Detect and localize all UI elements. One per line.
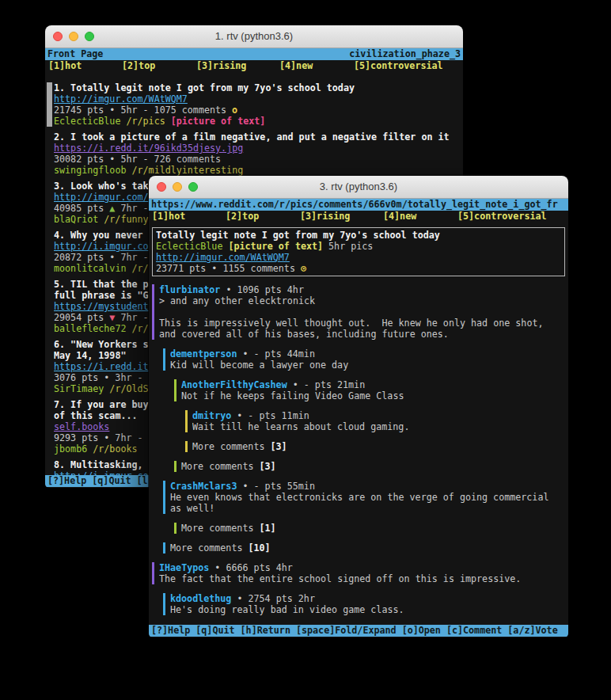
window-title: 1. rtv (python3.6) xyxy=(45,30,463,42)
more-comments-row[interactable]: More comments[10] xyxy=(170,542,567,554)
post-points: 20872 pts xyxy=(54,252,104,263)
more-comments-item[interactable]: More comments[3] xyxy=(174,461,567,472)
back-sort-tabs: [1]hot[2]top[3]rising[4]new[5]controvers… xyxy=(47,60,461,71)
post-points-row: 23771 pts • 1155 comments⊙ xyxy=(156,263,561,274)
comment-header[interactable]: flurbinator• 1096 pts 4hr xyxy=(159,284,567,295)
tab-4new[interactable]: [4]new xyxy=(383,211,416,222)
more-comments-item[interactable]: More comments[1] xyxy=(174,523,567,534)
post-subreddit[interactable]: /r/books xyxy=(93,443,137,455)
comment-author[interactable]: CrashMclars3 xyxy=(170,481,237,492)
front-sort-tabs: [1]hot[2]top[3]rising[4]new[5]controvers… xyxy=(150,211,567,222)
tab-1hot[interactable]: [1]hot xyxy=(152,211,185,222)
comment-meta: • - pts 44min xyxy=(242,348,314,360)
post-item: 1. Totally legit note I got from my 7yo'… xyxy=(54,82,461,127)
comment-body-line: > and any other elecktronick xyxy=(159,295,567,306)
comment-author[interactable]: dementperson xyxy=(170,348,237,360)
tab-3rising[interactable]: [3]rising xyxy=(196,60,246,71)
comment-header[interactable]: dementperson• - pts 44min xyxy=(170,348,567,360)
post-meta: 5hr pics xyxy=(328,241,373,252)
back-header-bar: Front Page civilization_phaze_3 xyxy=(45,48,463,60)
bullet-separator: • xyxy=(104,372,109,383)
post-url[interactable]: https://i.redd.it/96ikd35djesy.jpg xyxy=(54,143,243,154)
post-author[interactable]: ballefleche72 xyxy=(54,323,126,334)
more-comments-count: [3] xyxy=(270,441,287,452)
comment-author[interactable]: flurbinator xyxy=(159,284,220,295)
post-url[interactable]: http://imgur.com/ xyxy=(54,192,149,203)
more-comments-row[interactable]: More comments[1] xyxy=(181,523,567,534)
post-subreddit[interactable]: /r/ xyxy=(131,263,148,274)
comment-item[interactable]: AnotherFilthyCashew• - pts 21minNot if h… xyxy=(174,379,567,401)
post-url[interactable]: http://imgur.com/WAtWQM7 xyxy=(54,93,188,105)
post-author[interactable]: swingingfloob xyxy=(54,165,126,176)
post-age-comments: 3hr - xyxy=(115,372,142,383)
tab-2top[interactable]: [2]top xyxy=(122,60,155,71)
front-status-bar: [?]Help [q]Quit [h]Return [space]Fold/Ex… xyxy=(149,625,568,637)
post-url[interactable]: https://i.redd.it xyxy=(54,361,149,372)
post-url-row: http://imgur.com/WAtWQM7 xyxy=(156,252,561,263)
comment-item[interactable]: dmitryo• - pts 11minWait till he learns … xyxy=(185,410,567,432)
post-author[interactable]: blaQriot xyxy=(54,214,98,225)
comment-item[interactable]: flurbinator• 1096 pts 4hr> and any other… xyxy=(152,284,567,340)
front-terminal: https://www.reddit.com/r/pics/comments/6… xyxy=(149,199,568,637)
comment-meta: • - pts 21min xyxy=(293,379,365,390)
comment-author[interactable]: IHaeTypos xyxy=(159,562,209,573)
more-comments-row[interactable]: More comments[3] xyxy=(181,461,567,472)
post-byline: swingingfloob/r/mildlyinteresting xyxy=(54,165,461,176)
tab-1hot[interactable]: [1]hot xyxy=(48,60,82,71)
more-comments-row[interactable]: More comments[3] xyxy=(192,441,567,452)
post-url[interactable]: https://mystudent xyxy=(54,301,149,312)
tab-2top[interactable]: [2]top xyxy=(226,211,259,222)
post-points: 29054 pts xyxy=(54,312,104,323)
tab-5controversial[interactable]: [5]controversial xyxy=(457,211,547,222)
post-subreddit[interactable]: /r/pics xyxy=(126,116,165,127)
comment-header[interactable]: AnotherFilthyCashew• - pts 21min xyxy=(181,379,567,390)
page-title: Front Page xyxy=(47,48,103,60)
post-title[interactable]: 2. I took a picture of a film negative, … xyxy=(54,131,461,143)
comment-meta: • 2754 pts 2hr xyxy=(237,593,315,604)
post-url[interactable]: self.books xyxy=(54,421,109,432)
comment-author[interactable]: kdoodlethug xyxy=(170,593,231,604)
comment-item[interactable]: IHaeTypos• 6666 pts 4hrThe fact that the… xyxy=(152,562,567,584)
comment-body-line: He even knows that electronicks are on t… xyxy=(170,492,567,503)
post-title[interactable]: 1. Totally legit note I got from my 7yo'… xyxy=(54,82,461,93)
bullet-separator: • xyxy=(109,154,115,165)
bullet-separator: • xyxy=(109,252,115,263)
post-author[interactable]: EclecticBlue xyxy=(54,116,120,127)
comment-body-line: and covered all of his bases, including … xyxy=(159,329,567,340)
post-subreddit[interactable]: /r/funny xyxy=(104,214,148,225)
comment-meta: • 6666 pts 4hr xyxy=(214,562,293,573)
comment-header[interactable]: dmitryo• - pts 11min xyxy=(192,410,567,421)
post-subreddit[interactable]: /r/ xyxy=(131,323,148,334)
comment-item[interactable]: CrashMclars3• - pts 55minHe even knows t… xyxy=(163,481,567,514)
comment-item[interactable]: kdoodlethug• 2754 pts 2hrHe's doing real… xyxy=(163,593,567,615)
front-titlebar[interactable]: 3. rtv (python3.6) xyxy=(149,176,568,199)
post-author[interactable]: jbomb6 xyxy=(54,443,87,455)
post-url[interactable]: http://imgur.com/WAtWQM7 xyxy=(156,252,290,263)
comment-header[interactable]: CrashMclars3• - pts 55min xyxy=(170,481,567,492)
tab-3rising[interactable]: [3]rising xyxy=(300,211,350,222)
comment-item[interactable]: dementperson• - pts 44minKid will become… xyxy=(163,348,567,371)
more-comments-count: [10] xyxy=(248,542,270,554)
comment-author[interactable]: dmitryo xyxy=(192,410,231,421)
post-subreddit[interactable]: /r/OldS xyxy=(109,383,148,394)
post-subreddit[interactable]: /r/mildlyinteresting xyxy=(131,165,243,176)
comment-header[interactable]: IHaeTypos• 6666 pts 4hr xyxy=(159,562,567,573)
comment-meta: • 1096 pts 4hr xyxy=(226,284,304,295)
tab-4new[interactable]: [4]new xyxy=(279,60,313,71)
comment-body-line: Wait till he learns about cloud gaming. xyxy=(192,421,567,432)
post-url[interactable]: http://i.imgur.co xyxy=(54,241,149,252)
post-author[interactable]: moonlitcalvin xyxy=(54,263,126,274)
comment-body-line: as well! xyxy=(170,503,567,514)
post-points: 9293 pts xyxy=(54,432,98,443)
post-item: 2. I took a picture of a film negative, … xyxy=(54,131,461,176)
comment-header[interactable]: kdoodlethug• 2754 pts 2hr xyxy=(170,593,567,604)
post-author[interactable]: EclecticBlue xyxy=(156,241,222,252)
tab-5controversial[interactable]: [5]controversial xyxy=(354,60,443,71)
more-comments-item[interactable]: More comments[10] xyxy=(163,542,567,554)
more-comments-item[interactable]: More comments[3] xyxy=(185,441,567,452)
comment-author[interactable]: AnotherFilthyCashew xyxy=(181,379,287,390)
post-author[interactable]: SirTimaey xyxy=(54,383,104,394)
post-byline: EclecticBlue/r/pics[picture of text] xyxy=(54,116,461,127)
back-titlebar[interactable]: 1. rtv (python3.6) xyxy=(45,25,463,48)
post-summary-box[interactable]: Totally legit note I got from my 7yo's s… xyxy=(152,227,565,276)
